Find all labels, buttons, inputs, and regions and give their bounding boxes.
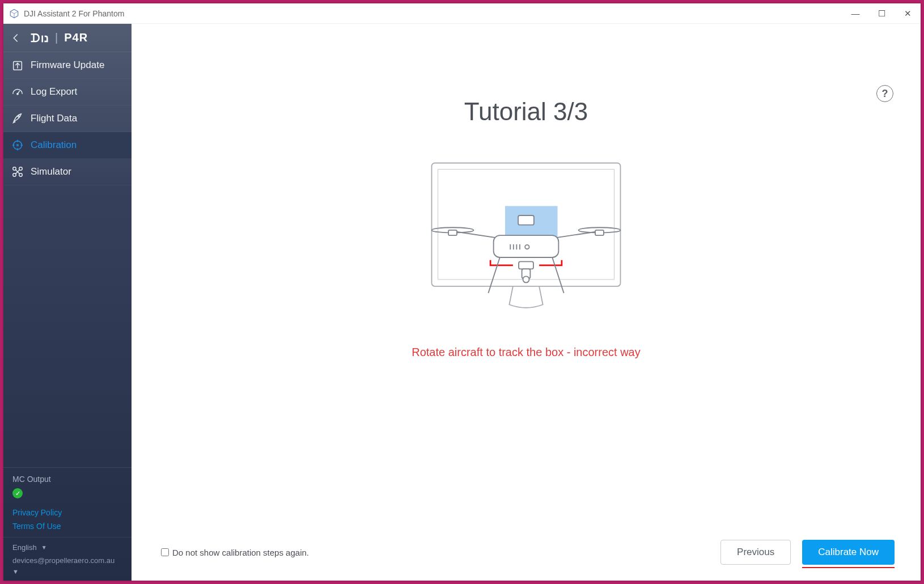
- svg-rect-28: [518, 215, 534, 225]
- language-select[interactable]: English ▼: [12, 543, 47, 552]
- drone-icon: [11, 166, 24, 178]
- nav-item-firmware-update[interactable]: Firmware Update: [3, 52, 132, 79]
- instruction-text: Rotate aircraft to track the box - incor…: [132, 346, 921, 359]
- nav-item-calibration[interactable]: Calibration: [3, 132, 132, 159]
- annotation-underline: [802, 567, 895, 568]
- checkmark-icon: ✓: [15, 490, 20, 497]
- do-not-show-label: Do not show calibration steps again.: [172, 548, 309, 557]
- nav-item-log-export[interactable]: Log Export: [3, 79, 132, 105]
- mc-output-label: MC Output: [12, 475, 122, 484]
- do-not-show-checkbox[interactable]: Do not show calibration steps again.: [161, 548, 309, 557]
- nav: Firmware Update Log Export Flight Data: [3, 52, 132, 467]
- calibrate-now-label: Calibrate Now: [818, 547, 879, 558]
- svg-point-5: [17, 94, 18, 95]
- svg-rect-27: [595, 230, 604, 235]
- nav-label: Log Export: [31, 86, 77, 98]
- svg-point-38: [523, 276, 529, 282]
- language-label: English: [12, 543, 37, 552]
- previous-button[interactable]: Previous: [720, 540, 791, 565]
- brand: ᗪנו | P4R: [31, 31, 88, 45]
- brand-dji: ᗪנו: [31, 31, 49, 45]
- maximize-button[interactable]: ☐: [868, 3, 895, 24]
- tutorial-title: Tutorial 3/3: [132, 98, 921, 126]
- bottom-bar: Do not show calibration steps again. Pre…: [132, 540, 921, 565]
- window-controls: — ☐ ✕: [842, 3, 921, 24]
- help-icon: ?: [882, 88, 888, 100]
- minimize-button[interactable]: —: [842, 3, 868, 24]
- sidebar: ᗪנו | P4R Firmware Update Log Export: [3, 24, 132, 581]
- chevron-down-icon: ▼: [41, 544, 47, 551]
- tutorial-diagram: [421, 156, 631, 316]
- close-button[interactable]: ✕: [895, 3, 921, 24]
- main: ? Tutorial 3/3: [132, 24, 921, 581]
- nav-label: Flight Data: [31, 113, 77, 124]
- status-ok-icon: ✓: [12, 488, 23, 498]
- svg-rect-36: [519, 261, 533, 269]
- app-icon: [9, 9, 19, 19]
- svg-point-12: [17, 145, 19, 146]
- app-window: DJI Assistant 2 For Phantom — ☐ ✕ ᗪנו | …: [3, 3, 921, 581]
- nav-label: Simulator: [31, 166, 71, 177]
- svg-point-7: [14, 141, 22, 150]
- svg-point-33: [525, 245, 529, 249]
- crosshair-icon: [11, 139, 24, 151]
- previous-button-label: Previous: [737, 547, 774, 558]
- title-bar: DJI Assistant 2 For Phantom — ☐ ✕: [3, 3, 921, 24]
- privacy-link[interactable]: Privacy Policy: [12, 506, 122, 520]
- tutorial-diagram-wrap: [132, 156, 921, 316]
- rocket-icon: [11, 112, 24, 125]
- content: ᗪנו | P4R Firmware Update Log Export: [3, 24, 921, 581]
- nav-label: Calibration: [31, 139, 77, 151]
- footer-expand-toggle[interactable]: ▼: [12, 568, 122, 575]
- brand-model: P4R: [64, 31, 88, 44]
- svg-point-6: [18, 116, 19, 117]
- sidebar-footer: MC Output ✓ Privacy Policy Terms Of Use: [3, 467, 132, 537]
- help-button[interactable]: ?: [876, 85, 893, 102]
- sidebar-footer-bottom: English ▼ devices@propelleraero.com.au ▼: [3, 537, 132, 581]
- nav-item-simulator[interactable]: Simulator: [3, 159, 132, 185]
- nav-label: Firmware Update: [31, 60, 104, 71]
- do-not-show-input[interactable]: [161, 548, 169, 556]
- firmware-icon: [11, 59, 24, 71]
- gauge-icon: [11, 86, 24, 98]
- nav-item-flight-data[interactable]: Flight Data: [3, 105, 132, 132]
- terms-link[interactable]: Terms Of Use: [12, 520, 122, 534]
- back-button[interactable]: [10, 32, 22, 44]
- footer-links: Privacy Policy Terms Of Use: [12, 506, 122, 534]
- account-email: devices@propelleraero.com.au: [12, 556, 122, 565]
- window-title: DJI Assistant 2 For Phantom: [24, 9, 842, 18]
- brand-separator: |: [55, 31, 58, 44]
- calibrate-now-button[interactable]: Calibrate Now: [802, 540, 895, 565]
- svg-rect-26: [448, 230, 457, 235]
- sidebar-header: ᗪנו | P4R: [3, 24, 132, 52]
